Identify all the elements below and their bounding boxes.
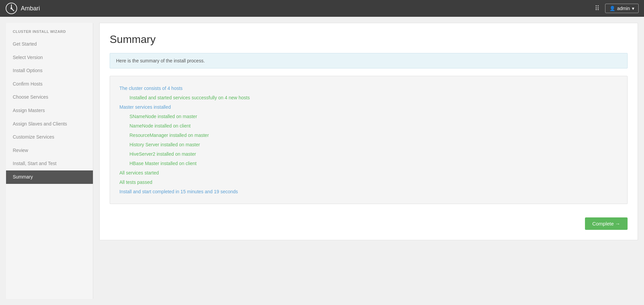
sidebar-item-install-start-test[interactable]: Install, Start and Test	[6, 157, 93, 170]
complete-button[interactable]: Complete →	[585, 217, 628, 230]
sidebar-item-customize-services[interactable]: Customize Services	[6, 131, 93, 144]
sidebar-item-choose-services[interactable]: Choose Services	[6, 91, 93, 104]
brand: Ambari	[5, 2, 40, 14]
sidebar-item-assign-slaves[interactable]: Assign Slaves and Clients	[6, 117, 93, 131]
summary-line: Install and start completed in 15 minute…	[119, 187, 618, 196]
sidebar-title: CLUSTER INSTALL WIZARD	[6, 30, 93, 38]
brand-label: Ambari	[21, 5, 40, 12]
summary-line: History Server installed on master	[119, 140, 618, 149]
navbar: Ambari ⠿ 👤 admin ▾	[0, 0, 644, 17]
summary-line: ResourceManager installed on master	[119, 131, 618, 140]
sidebar: CLUSTER INSTALL WIZARD Get StartedSelect…	[6, 23, 93, 299]
summary-line: Installed and started services successfu…	[119, 93, 618, 102]
summary-line: All tests passed	[119, 177, 618, 187]
sidebar-item-summary[interactable]: Summary	[6, 170, 93, 184]
page-container: CLUSTER INSTALL WIZARD Get StartedSelect…	[0, 17, 644, 305]
sidebar-item-get-started[interactable]: Get Started	[6, 38, 93, 51]
summary-line: The cluster consists of 4 hosts	[119, 84, 618, 93]
info-message: Here is the summary of the install proce…	[116, 58, 205, 63]
sidebar-item-select-version[interactable]: Select Version	[6, 51, 93, 64]
summary-box: The cluster consists of 4 hostsInstalled…	[110, 76, 628, 204]
info-box: Here is the summary of the install proce…	[110, 53, 628, 68]
footer-actions: Complete →	[110, 214, 628, 230]
main-content: Summary Here is the summary of the insta…	[93, 17, 644, 305]
admin-button[interactable]: 👤 admin ▾	[605, 4, 639, 13]
svg-point-1	[10, 7, 12, 9]
summary-line: SNameNode installed on master	[119, 112, 618, 121]
sidebar-item-confirm-hosts[interactable]: Confirm Hosts	[6, 78, 93, 91]
summary-line: HBase Master installed on client	[119, 159, 618, 168]
content-panel: Summary Here is the summary of the insta…	[99, 23, 638, 240]
summary-line: Master services installed	[119, 102, 618, 112]
summary-line: NameNode installed on client	[119, 121, 618, 131]
ambari-logo	[5, 2, 17, 14]
sidebar-item-review[interactable]: Review	[6, 144, 93, 157]
user-icon: 👤	[609, 6, 615, 11]
page-title: Summary	[110, 33, 628, 46]
grid-icon[interactable]: ⠿	[595, 4, 600, 12]
navbar-right: ⠿ 👤 admin ▾	[595, 4, 639, 13]
sidebar-item-install-options[interactable]: Install Options	[6, 64, 93, 78]
summary-line: HiveServer2 installed on master	[119, 149, 618, 159]
summary-line: All services started	[119, 168, 618, 177]
admin-label: admin	[617, 6, 630, 11]
sidebar-item-assign-masters[interactable]: Assign Masters	[6, 104, 93, 117]
dropdown-arrow-icon: ▾	[632, 6, 634, 11]
